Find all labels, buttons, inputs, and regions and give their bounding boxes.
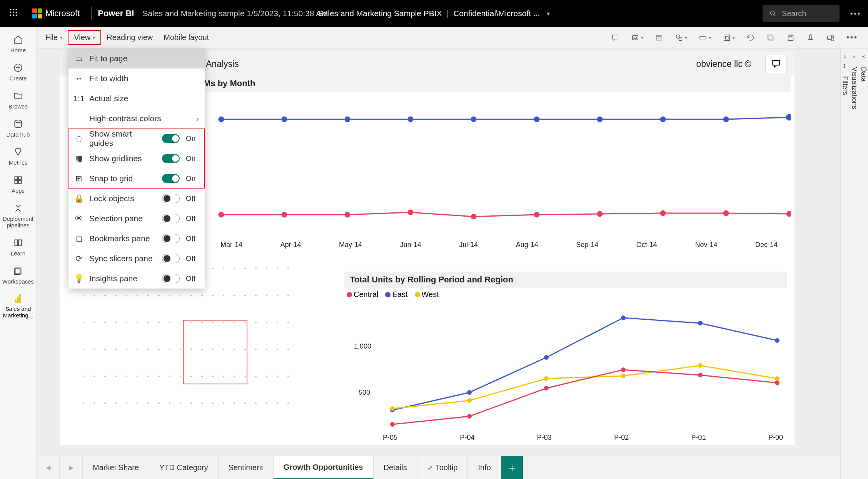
svg-rect-11 (633, 35, 638, 40)
comment-visual-icon[interactable] (765, 55, 787, 73)
svg-point-52 (598, 212, 602, 216)
nav-create[interactable]: Create (0, 58, 36, 86)
svg-point-0 (10, 9, 12, 10)
view-selection[interactable]: 👁Selection paneOff (68, 209, 205, 229)
svg-rect-32 (15, 180, 18, 184)
ribbon-more-icon[interactable]: ••• (846, 33, 858, 42)
tab-details[interactable]: Details (374, 456, 417, 479)
view-smart-guides[interactable]: ◌Show smart guidesOn (68, 129, 205, 149)
nav-learn[interactable]: Learn (0, 233, 36, 261)
svg-point-62 (698, 321, 703, 325)
pane-visualizations[interactable]: «Visualizations (850, 48, 859, 479)
svg-point-1 (13, 9, 14, 10)
brand-label: Microsoft (45, 8, 80, 18)
persist-icon[interactable]: ▾ (631, 33, 643, 42)
save-icon[interactable] (786, 33, 795, 42)
svg-rect-23 (789, 35, 791, 37)
tab-info[interactable]: Info (468, 456, 501, 479)
tab-next-icon[interactable]: ▶ (60, 456, 83, 479)
textbox-icon[interactable] (655, 33, 663, 42)
nav-pipelines[interactable]: Deployment pipelines (0, 199, 36, 233)
svg-point-65 (467, 398, 472, 403)
search-input[interactable]: Search (763, 5, 840, 22)
toggle-smart-guides[interactable] (162, 134, 180, 143)
menu-mobile-layout[interactable]: Mobile layout (158, 31, 214, 44)
menu-file[interactable]: File▾ (40, 31, 68, 44)
nav-browse[interactable]: Browse (0, 86, 36, 114)
view-gridlines[interactable]: ▦Show gridlinesOn (68, 149, 205, 169)
tab-growth-opportunities[interactable]: Growth Opportunities (274, 456, 374, 479)
shapes-icon[interactable]: ▾ (675, 33, 687, 42)
menu-reading-view[interactable]: Reading view (101, 31, 158, 44)
toggle-lock[interactable] (162, 194, 180, 203)
chart2-plot: 1,000 500 (344, 300, 787, 431)
view-actual-size[interactable]: 1:1Actual size (68, 88, 205, 108)
pane-data[interactable]: «Data (859, 48, 868, 479)
nav-home[interactable]: Home (0, 30, 36, 58)
refresh-icon[interactable] (746, 33, 755, 42)
chevron-down-icon[interactable]: ▾ (547, 10, 550, 17)
toggle-insights[interactable] (162, 274, 180, 283)
toggle-snap-grid[interactable] (162, 174, 180, 183)
nav-workspaces[interactable]: Workspaces (0, 261, 36, 289)
view-insights[interactable]: 💡Insights paneOff (68, 269, 205, 289)
view-fit-to-width[interactable]: ↔Fit to width (68, 68, 205, 88)
selection-rectangle[interactable] (183, 320, 247, 384)
view-bookmarks[interactable]: ◻Bookmarks paneOff (68, 229, 205, 249)
tab-ytd-category[interactable]: YTD Category (149, 456, 219, 479)
app-launcher-icon[interactable] (0, 8, 27, 19)
toggle-sync[interactable] (162, 254, 180, 263)
toggle-gridlines[interactable] (162, 154, 180, 163)
pin-icon[interactable] (806, 33, 815, 42)
svg-rect-30 (15, 177, 18, 180)
app-name[interactable]: Power BI (98, 8, 142, 18)
tab-sentiment[interactable]: Sentiment (219, 456, 274, 479)
duplicate-icon[interactable] (766, 33, 775, 42)
pane-filters[interactable]: «⫿Filters (840, 48, 850, 479)
tab-prev-icon[interactable]: ◀ (37, 456, 60, 479)
svg-point-67 (621, 374, 626, 378)
svg-rect-21 (769, 36, 773, 40)
svg-point-63 (775, 338, 780, 343)
microsoft-logo: Microsoft (27, 8, 85, 18)
toggle-bookmarks[interactable] (162, 234, 180, 243)
svg-line-10 (774, 14, 775, 16)
view-snap-grid[interactable]: ⊞Snap to gridOn (68, 169, 205, 189)
comments-icon[interactable] (611, 33, 619, 42)
svg-point-45 (786, 115, 791, 120)
svg-rect-20 (725, 36, 728, 39)
more-icon[interactable]: ••• (850, 10, 861, 18)
svg-point-71 (467, 414, 472, 419)
breadcrumb-sensitivity: Confidential\Microsoft ... (453, 9, 540, 18)
svg-point-38 (345, 117, 350, 122)
search-icon (770, 10, 776, 17)
buttons-icon[interactable]: ▾ (699, 33, 711, 42)
view-lock[interactable]: 🔒Lock objectsOff (68, 189, 205, 209)
nav-current-workspace[interactable]: Sales and Marketing... (0, 289, 36, 323)
breadcrumb[interactable]: Sales and Marketing Sample PBIX | Confid… (318, 9, 550, 18)
tab-market-share[interactable]: Market Share (83, 456, 149, 479)
view-fit-to-page[interactable]: ▭Fit to page (68, 48, 205, 68)
chart2-legend: Central East West (344, 288, 787, 300)
svg-point-41 (534, 117, 539, 122)
nav-apps[interactable]: Apps (0, 170, 36, 199)
svg-point-5 (16, 12, 17, 13)
nav-metrics[interactable]: Metrics (0, 142, 36, 170)
menu-view[interactable]: View▾ (68, 30, 101, 45)
chart-total-units[interactable]: Total Units by Rolling Period and Region… (344, 272, 787, 441)
global-header: Microsoft Power BI Sales and Marketing s… (0, 0, 868, 27)
chart-ms-by-month[interactable]: Ms by Month Mar-14Apr-14May-14Jun-14Jul-… (198, 75, 791, 249)
tab-tooltip[interactable]: ⤢Tooltip (417, 456, 468, 479)
svg-rect-33 (18, 180, 22, 184)
toggle-selection[interactable] (162, 214, 180, 223)
view-high-contrast[interactable]: High-contrast colors› (68, 108, 205, 129)
tab-add-button[interactable]: ＋ (501, 456, 523, 479)
teams-icon[interactable] (826, 33, 835, 42)
visual-icon[interactable]: ▾ (723, 33, 735, 42)
svg-point-70 (390, 422, 395, 427)
svg-point-50 (471, 214, 476, 219)
ribbon-actions: ▾ ▾ ▾ ▾ ••• (611, 33, 858, 42)
view-sync[interactable]: ⟳Sync slicers paneOff (68, 249, 205, 269)
nav-datahub[interactable]: Data hub (0, 114, 36, 142)
breadcrumb-file: Sales and Marketing Sample PBIX (318, 9, 442, 18)
